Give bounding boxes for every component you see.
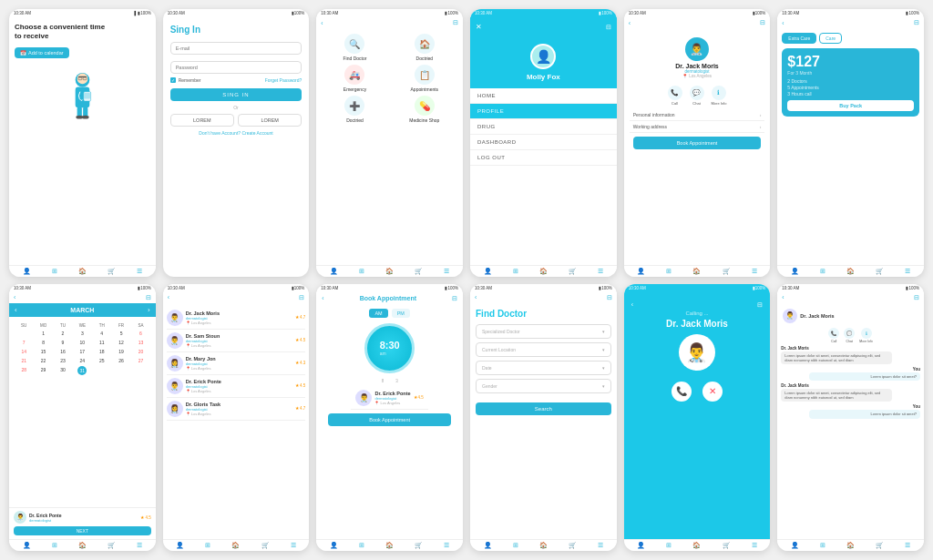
answer-call-button[interactable]: 📞	[672, 382, 692, 402]
cal-day[interactable]: 25	[93, 357, 111, 365]
create-account-link[interactable]: Create Account	[241, 130, 272, 136]
buy-pack-button[interactable]: Buy Pack	[787, 100, 914, 111]
back-arrow-12[interactable]: ‹	[782, 294, 784, 300]
menu-icon[interactable]: ☰	[137, 268, 142, 275]
menu-icon-7[interactable]: ☰	[137, 542, 142, 549]
cal-day[interactable]: 30	[54, 366, 72, 375]
home-icon-12[interactable]: 🏠	[846, 542, 855, 549]
grid-icon-5[interactable]: ⊞	[666, 268, 672, 275]
cart-icon-4[interactable]: 🛒	[569, 268, 577, 275]
emergency-item[interactable]: 🚑 Emergency	[322, 65, 387, 92]
medicine-item[interactable]: 💊 Medicine Shop	[392, 96, 457, 123]
location-select[interactable]: Current Location ▾	[476, 342, 611, 357]
grid-icon-3[interactable]: ⊞	[359, 268, 364, 275]
chat-chat-action[interactable]: 💬 Chat	[844, 328, 855, 343]
person-icon-10[interactable]: 👤	[484, 542, 492, 549]
cart-icon-10[interactable]: 🛒	[569, 542, 577, 549]
grid-icon-12[interactable]: ⊞	[820, 542, 825, 549]
menu-icon-10[interactable]: ☰	[598, 542, 603, 549]
specialty-select[interactable]: Specialized Doctor ▾	[476, 324, 611, 339]
filter-icon-6[interactable]: ⊟	[914, 19, 919, 26]
end-call-button[interactable]: ✕	[702, 382, 723, 402]
next-button[interactable]: NEXT	[14, 526, 151, 535]
pm-button[interactable]: PM	[392, 309, 410, 318]
doctor-list-item[interactable]: 👩‍⚕️ Dr. Mary Jon dermatologist 📍 Los An…	[167, 352, 306, 375]
cal-day[interactable]: 16	[54, 348, 72, 356]
home-icon-4[interactable]: 🏠	[539, 268, 548, 275]
cal-day[interactable]: 11	[93, 339, 111, 347]
chat-info-action[interactable]: ℹ More Info	[859, 328, 873, 343]
home-icon-9[interactable]: 🏠	[385, 542, 394, 549]
cal-day[interactable]: 13	[131, 339, 149, 347]
cart-icon[interactable]: 🛒	[108, 268, 116, 275]
cart-icon-6[interactable]: 🛒	[876, 268, 884, 275]
personal-info-row[interactable]: Personal information ›	[630, 109, 765, 121]
doctor-list-item[interactable]: 👩‍⚕️ Dr. Gloris Task dermatologist 📍 Los…	[167, 398, 306, 421]
menu-icon-9[interactable]: ☰	[444, 542, 449, 549]
chat-call-action[interactable]: 📞 Call	[828, 328, 839, 343]
cart-icon-3[interactable]: 🛒	[415, 268, 423, 275]
cal-day[interactable]: 2	[54, 330, 72, 338]
cal-day[interactable]: 26	[112, 357, 130, 365]
cal-day[interactable]: 19	[112, 348, 130, 356]
person-icon-5[interactable]: 👤	[637, 268, 645, 275]
doctor-list-item[interactable]: 👨‍⚕️ Dr. Sam Stoun dermatologist 📍 Los A…	[167, 330, 306, 352]
cal-day[interactable]: 21	[15, 357, 33, 365]
cal-day[interactable]: 27	[131, 357, 149, 365]
cart-icon-8[interactable]: 🛒	[261, 542, 270, 549]
menu-profile[interactable]: PROFILE	[470, 104, 617, 119]
forgot-password-link[interactable]: Forget Password?	[265, 77, 302, 83]
gender-select[interactable]: Gender ▾	[476, 379, 611, 393]
extra-care-tab[interactable]: Extra Care	[782, 33, 816, 44]
person-icon-4[interactable]: 👤	[484, 268, 492, 275]
close-icon[interactable]: ✕	[476, 23, 482, 31]
cal-day[interactable]: 29	[34, 366, 52, 375]
cal-day[interactable]: 15	[34, 348, 52, 356]
home-icon-3[interactable]: 🏠	[385, 268, 394, 275]
cart-icon-7[interactable]: 🛒	[108, 542, 116, 549]
cal-day[interactable]: 9	[54, 339, 72, 347]
menu-icon-5[interactable]: ☰	[752, 268, 757, 275]
working-address-row[interactable]: Working address ›	[630, 121, 765, 133]
more-info-action[interactable]: ℹ More Info	[712, 86, 727, 106]
menu-icon-8[interactable]: ☰	[291, 542, 296, 549]
email-input[interactable]	[170, 42, 302, 55]
cal-day[interactable]: 23	[54, 357, 72, 365]
filter-icon[interactable]: ⊟	[453, 19, 458, 26]
person-icon-9[interactable]: 👤	[330, 542, 338, 549]
grid-icon-10[interactable]: ⊞	[513, 542, 518, 549]
cal-day[interactable]: 14	[15, 348, 33, 356]
cal-day[interactable]: 4	[93, 330, 111, 338]
cart-icon-12[interactable]: 🛒	[876, 542, 884, 549]
grid-icon-6[interactable]: ⊞	[820, 268, 825, 275]
remember-checkbox[interactable]: ✓	[170, 77, 176, 83]
filter-icon-8[interactable]: ⊟	[299, 294, 304, 301]
cal-day[interactable]: 12	[112, 339, 130, 347]
chat-action[interactable]: 💬 Chat	[690, 86, 704, 106]
filter-icon-11[interactable]: ⊟	[757, 301, 763, 309]
back-arrow-10[interactable]: ‹	[475, 294, 477, 300]
home-icon[interactable]: 🏠	[78, 268, 87, 275]
person-icon[interactable]: 👤	[23, 268, 31, 275]
cal-day[interactable]: 10	[73, 339, 91, 347]
grid-icon-4[interactable]: ⊞	[513, 268, 518, 275]
back-arrow-6[interactable]: ‹	[782, 20, 784, 26]
menu-icon-4[interactable]: ☰	[598, 268, 603, 275]
home-icon-5[interactable]: 🏠	[692, 268, 701, 275]
cal-day[interactable]: 17	[73, 348, 91, 356]
doctried2-item[interactable]: ➕ Doctried	[322, 96, 387, 123]
date-select[interactable]: Date ▾	[476, 361, 611, 375]
cart-icon-5[interactable]: 🛒	[723, 268, 731, 275]
back-arrow-11[interactable]: ‹	[631, 301, 633, 308]
grid-icon-9[interactable]: ⊞	[359, 542, 364, 549]
cal-day[interactable]: 22	[34, 357, 52, 365]
cal-day[interactable]: 8	[34, 339, 52, 347]
cal-day[interactable]: 1	[34, 330, 52, 338]
cal-day[interactable]: 3	[73, 330, 91, 338]
menu-dashboard[interactable]: DASHBOARD	[470, 135, 617, 150]
care-tab[interactable]: Care	[819, 33, 842, 44]
cal-day[interactable]: 7	[15, 339, 33, 347]
cal-day[interactable]: 24	[73, 357, 91, 365]
person-icon-7[interactable]: 👤	[23, 542, 31, 549]
doctor-list-item[interactable]: 👨‍⚕️ Dr. Erick Ponte dermatologist 📍 Los…	[167, 375, 306, 398]
